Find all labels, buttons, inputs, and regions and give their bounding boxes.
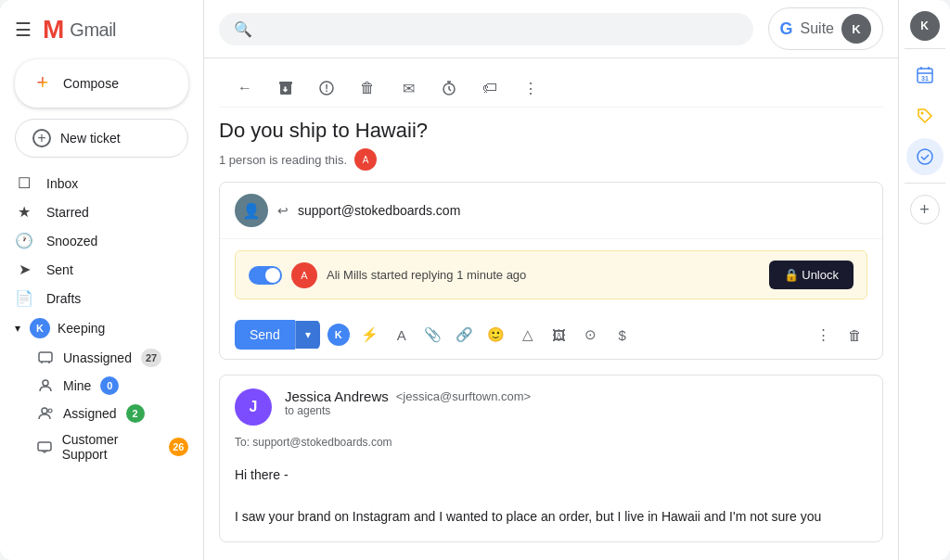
keeping-badge: K Keeping [30,318,105,338]
svg-point-3 [48,409,52,413]
inbox-icon: ☐ [15,174,33,192]
add-icon[interactable]: + [910,195,940,224]
sent-icon: ➤ [15,261,33,278]
message-sender-name: Jessica Andrews [285,388,389,404]
tag-icon[interactable] [906,97,944,134]
message-header: J Jessica Andrews <jessica@surftown.com>… [220,375,882,433]
compose-button[interactable]: Compose [15,59,188,108]
right-sidebar-avatar[interactable]: K [910,11,940,41]
reading-notice-text: 1 person is reading this. [219,153,347,167]
more-options-button[interactable]: ⋮ [516,73,546,103]
keeping-k-icon: K [30,318,50,338]
sidebar-header: ☰ M Gmail [0,7,203,56]
right-sidebar: K 31 + [898,0,950,560]
insert-photo-icon[interactable]: 🖼 [546,322,572,348]
right-sidebar-divider [905,48,945,49]
dollar-icon[interactable]: $ [610,322,635,348]
message-to-label: to agents [285,404,531,425]
reading-notice: 1 person is reading this. A [219,148,883,182]
gmail-logo: M Gmail [43,15,116,45]
spam-button[interactable]: ! [312,73,341,103]
send-button[interactable]: Send [235,320,295,350]
drafts-icon: 📄 [15,289,33,307]
snooze-button[interactable] [434,73,464,103]
message-sender-avatar: J [235,388,272,426]
search-bar[interactable]: 🔍 [219,13,753,45]
assigned-icon [37,405,54,422]
gsuite-button[interactable]: G Suite K [768,7,883,50]
format-text-icon[interactable]: A [389,322,415,348]
sidebar: ☰ M Gmail Compose + New ticket ☐ Inbox ★… [0,0,204,560]
svg-rect-4 [38,442,51,451]
toolbar-right: ⋮ 🗑 [810,322,867,348]
reply-toolbar: Send ▾ K ⚡ A 📎 🔗 🙂 △ 🖼 ⊙ $ [220,311,882,359]
svg-rect-0 [39,352,52,362]
check-icon[interactable] [906,138,944,175]
sidebar-item-unassigned[interactable]: Unassigned 27 [0,344,203,372]
toolbar-icons: ⚡ A 📎 🔗 🙂 △ 🖼 ⊙ $ [357,322,802,348]
right-sidebar-divider-2 [905,183,945,184]
back-button[interactable]: ← [230,73,260,103]
action-bar: ← ! 🗑 ✉ 🏷 ⋮ [219,66,883,108]
svg-text:!: ! [325,83,328,94]
sidebar-item-starred[interactable]: ★ Starred [0,197,196,226]
search-input[interactable] [262,20,738,37]
snoozed-icon: 🕐 [15,232,33,249]
keeping-label: Keeping [58,321,105,336]
toggle-knob [265,268,280,283]
emoji-icon[interactable]: 🙂 [483,322,509,348]
to-label: To: [235,436,252,449]
gsuite-avatar-initials: K [852,22,860,36]
attach-file-icon[interactable]: 📎 [420,322,446,348]
unassigned-label: Unassigned [63,350,132,365]
delete-button[interactable]: 🗑 [353,73,382,103]
suite-text: Suite [801,20,834,37]
replying-banner: A Ali Mills started replying 1 minute ag… [235,250,867,299]
toggle-switch[interactable] [249,266,282,285]
google-drive-icon[interactable]: △ [515,322,541,348]
assigned-label: Assigned [63,406,117,421]
unassigned-badge: 27 [141,349,161,367]
k-badge: K [327,324,350,346]
sidebar-item-assigned[interactable]: Assigned 2 [0,400,203,427]
banner-text: Ali Mills started replying 1 minute ago [327,268,526,282]
insert-link-icon[interactable]: 🔗 [452,322,478,348]
assigned-badge: 2 [126,404,145,423]
sidebar-item-drafts[interactable]: 📄 Drafts [0,284,196,312]
mark-read-button[interactable]: ✉ [393,73,423,103]
unlock-button[interactable]: 🔒 Unlock [769,261,854,289]
archive-button[interactable] [271,73,301,103]
format-bold-icon[interactable]: ⚡ [357,322,383,348]
compose-label: Compose [63,76,119,91]
sidebar-item-inbox[interactable]: ☐ Inbox [0,169,196,197]
unlock-label: 🔒 Unlock [784,268,839,282]
label-button[interactable]: 🏷 [475,73,505,103]
gsuite-avatar[interactable]: K [841,14,871,44]
more-options-icon[interactable]: ⋮ [810,322,836,348]
gmail-m-icon: M [43,15,64,45]
to-address: support@stokedboards.com [252,436,392,449]
mine-label: Mine [63,378,91,393]
message-to-address: To: support@stokedboards.com [235,436,392,456]
sidebar-item-inbox-label: Inbox [46,176,78,191]
new-ticket-label: New ticket [60,131,121,146]
sidebar-item-mine[interactable]: Mine 0 [0,372,203,400]
svg-point-2 [42,408,47,414]
sidebar-item-sent[interactable]: ➤ Sent [0,255,196,284]
svg-rect-5 [279,82,292,84]
message-sender-email: <jessica@surftown.com> [396,389,531,403]
sidebar-item-customer-support[interactable]: Customer Support 26 [0,427,203,466]
svg-text:31: 31 [921,75,929,82]
new-ticket-button[interactable]: + New ticket [15,119,188,158]
customer-support-icon [37,439,53,455]
svg-point-1 [43,380,48,386]
sidebar-item-snoozed-label: Snoozed [46,234,97,248]
trash-icon[interactable]: 🗑 [841,322,867,348]
calendar-icon[interactable]: 31 [906,57,944,94]
keeping-section-header[interactable]: ▾ K Keeping [0,312,203,344]
hamburger-icon[interactable]: ☰ [15,19,32,41]
message-meta: J Jessica Andrews <jessica@surftown.com>… [235,388,867,426]
sidebar-item-snoozed[interactable]: 🕐 Snoozed [0,226,196,255]
send-dropdown-button[interactable]: ▾ [295,321,320,349]
signature-icon[interactable]: ⊙ [578,322,604,348]
